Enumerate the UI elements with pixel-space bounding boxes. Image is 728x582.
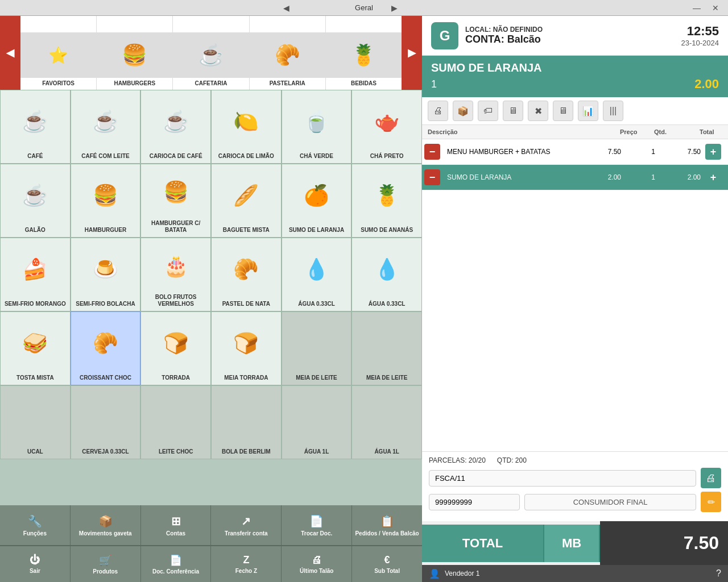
invoice-icon[interactable]: 🖨 bbox=[701, 468, 721, 488]
minus-btn-sumo-laranja-order[interactable]: − bbox=[424, 169, 440, 185]
toolbar-btn-7[interactable]: ||| bbox=[603, 101, 623, 121]
food-img-torrada: 🍞 bbox=[143, 314, 208, 372]
toolbar-btn-1[interactable]: 📦 bbox=[453, 101, 473, 121]
food-item-sumo-ananas[interactable]: 🍍SUMO DE ANANÁS bbox=[351, 164, 422, 238]
hamburguer-batata-icon: 🍔 bbox=[163, 180, 189, 204]
food-item-cha-verde[interactable]: 🍵CHÁ VERDE bbox=[282, 90, 352, 164]
food-img-hamburguer-batata: 🍔 bbox=[143, 167, 208, 218]
invoice-row: 🖨 bbox=[429, 468, 721, 488]
col-total: Total bbox=[700, 128, 722, 135]
action-btn-trocar-doc[interactable]: 📄Trocar Doc. bbox=[282, 505, 352, 545]
food-item-hamburguer[interactable]: 🍔HAMBURGUER bbox=[71, 164, 141, 238]
food-item-pastel-nata[interactable]: 🥐PASTEL DE NATA bbox=[211, 238, 282, 311]
hamburgers-icon: 🍔 bbox=[122, 43, 147, 67]
food-img-sumo-laranja: 🍊 bbox=[284, 167, 349, 225]
toolbar-btn-6[interactable]: 📊 bbox=[578, 101, 598, 121]
action-label-trocar-doc: Trocar Doc. bbox=[301, 530, 332, 537]
category-item-hamburgers[interactable]: 🍔HAMBURGERS bbox=[97, 16, 173, 90]
mb-button[interactable]: MB bbox=[543, 525, 600, 562]
nav-btn-fecho-z[interactable]: ZFecho Z bbox=[211, 546, 282, 582]
food-item-cha-preto[interactable]: 🫖CHÁ PRETO bbox=[351, 90, 422, 164]
invoice-ref-input[interactable] bbox=[429, 470, 696, 487]
food-label-galao: GALÃO bbox=[25, 227, 46, 234]
food-label-semi-frio-morango: SEMI-FRIO MORANGO bbox=[5, 301, 66, 307]
food-item-carioca-cafe[interactable]: ☕CARIOCA DE CAFÉ bbox=[140, 90, 211, 164]
action-label-movimentos: Movimentos gaveta bbox=[79, 530, 132, 537]
selected-item-name: SUMO DE LARANJA bbox=[431, 61, 719, 74]
food-img-agua-1l-1 bbox=[284, 388, 349, 446]
nav-left-arrow[interactable]: ◀ bbox=[279, 1, 294, 15]
food-item-agua-33cl-1[interactable]: 💧ÁGUA 0.33CL bbox=[282, 238, 352, 311]
customer-name-display: CONSUMIDOR FINAL bbox=[524, 494, 696, 510]
food-item-cafe[interactable]: ☕CAFÉ bbox=[0, 90, 71, 164]
nav-btn-doc-conferencia[interactable]: 📄Doc. Conferência bbox=[141, 546, 212, 582]
food-item-carioca-limao[interactable]: 🍋CARIOCA DE LIMÃO bbox=[211, 90, 282, 164]
category-item-bebidas[interactable]: 🍍BEBIDAS bbox=[326, 16, 402, 90]
toolbar-btn-2[interactable]: 🏷 bbox=[478, 101, 498, 121]
action-btn-movimentos[interactable]: 📦Movimentos gaveta bbox=[71, 505, 141, 545]
nav-btn-sair[interactable]: ⏻Sair bbox=[0, 546, 71, 582]
food-label-sumo-laranja: SUMO DE LARANJA bbox=[289, 227, 344, 234]
action-btn-contas[interactable]: ⊞Contas bbox=[141, 505, 212, 545]
category-label-favoritos: FAVORITOS bbox=[41, 80, 76, 86]
minus-btn-menu-hamburger[interactable]: − bbox=[424, 144, 440, 160]
food-item-hamburguer-batata[interactable]: 🍔HAMBURGUER C/ BATATA bbox=[140, 164, 211, 238]
customer-row: CONSUMIDOR FINAL ✏ bbox=[429, 492, 721, 512]
nav-bar: ⏻Sair🛒Produtos📄Doc. ConferênciaZFecho Z🖨… bbox=[0, 545, 422, 582]
toolbar-btn-0[interactable]: 🖨 bbox=[428, 101, 448, 121]
action-btn-transferir[interactable]: ↗Transferir conta bbox=[211, 505, 282, 545]
toolbar-btn-5[interactable]: 🖥 bbox=[553, 101, 573, 121]
food-img-croissant-choc: 🥐 bbox=[73, 314, 138, 372]
edit-customer-button[interactable]: ✏ bbox=[701, 492, 721, 512]
nav-label-doc-conferencia: Doc. Conferência bbox=[152, 568, 199, 575]
food-item-tosta-mista[interactable]: 🥪TOSTA MISTA bbox=[0, 311, 71, 385]
cafe-icon: ☕ bbox=[22, 110, 48, 134]
action-btn-funcoes[interactable]: 🔧Funções bbox=[0, 505, 71, 545]
category-next-arrow[interactable]: ▶ bbox=[402, 16, 422, 90]
food-item-bolo-frutos[interactable]: 🎂BOLO FRUTOS VERMELHOS bbox=[140, 238, 211, 311]
food-img-meia-leite-1 bbox=[284, 314, 349, 372]
food-item-galao[interactable]: ☕GALÃO bbox=[0, 164, 71, 238]
help-button[interactable]: ? bbox=[716, 568, 721, 579]
category-prev-arrow[interactable]: ◀ bbox=[0, 16, 20, 90]
nav-right-arrow[interactable]: ▶ bbox=[387, 1, 402, 15]
customer-id-input[interactable] bbox=[429, 494, 520, 510]
food-item-agua-33cl-2[interactable]: 💧ÁGUA 0.33CL bbox=[351, 238, 422, 311]
toolbar-btn-4[interactable]: ✖ bbox=[528, 101, 548, 121]
category-item-pastelaria[interactable]: 🥐PASTELARIA bbox=[250, 16, 326, 90]
order-table-header: Descrição Preço Qtd. Total bbox=[422, 125, 728, 139]
food-img-galao: ☕ bbox=[3, 167, 68, 225]
nav-btn-sub-total[interactable]: €Sub Total bbox=[352, 546, 422, 582]
order-price-menu-hamburger: 7.50 bbox=[580, 148, 626, 156]
food-item-meia-torrada[interactable]: 🍞MEIA TORRADA bbox=[211, 311, 282, 385]
main-layout: ◀ ⭐FAVORITOS🍔HAMBURGERS☕CAFETARIA🥐PASTEL… bbox=[0, 16, 728, 582]
food-item-sumo-laranja[interactable]: 🍊SUMO DE LARANJA bbox=[282, 164, 352, 238]
order-desc-sumo-laranja-order: SUMO DE LARANJA bbox=[445, 173, 580, 181]
nav-btn-produtos[interactable]: 🛒Produtos bbox=[71, 546, 141, 582]
food-item-torrada[interactable]: 🍞TORRADA bbox=[140, 311, 211, 385]
food-img-carioca-limao: 🍋 bbox=[214, 93, 279, 151]
food-label-meia-leite-1: MEIA DE LEITE bbox=[296, 375, 337, 381]
baguete-mista-icon: 🥖 bbox=[233, 184, 259, 207]
category-item-favoritos[interactable]: ⭐FAVORITOS bbox=[20, 16, 97, 90]
food-label-cha-verde: CHÁ VERDE bbox=[300, 153, 333, 160]
food-item-semi-frio-morango[interactable]: 🍰SEMI-FRIO MORANGO bbox=[0, 238, 71, 311]
plus-btn-sumo-laranja-order[interactable]: + bbox=[705, 169, 721, 185]
nav-btn-ultimo-talao[interactable]: 🖨Último Talão bbox=[282, 546, 352, 582]
toolbar-btn-3[interactable]: 🖥 bbox=[503, 101, 523, 121]
action-btn-pedidos[interactable]: 📋Pedidos / Venda Balcão bbox=[352, 505, 422, 545]
category-item-cafetaria[interactable]: ☕CAFETARIA bbox=[173, 16, 249, 90]
semi-frio-morango-icon: 🍰 bbox=[22, 257, 48, 281]
sub-total-icon: € bbox=[384, 554, 390, 566]
food-item-cafe-com-leite[interactable]: ☕CAFÉ COM LEITE bbox=[71, 90, 141, 164]
plus-btn-menu-hamburger[interactable]: + bbox=[705, 144, 721, 160]
food-item-croissant-choc[interactable]: 🥐CROISSANT CHOC bbox=[71, 311, 141, 385]
header-info: LOCAL: NÃO DEFINIDO CONTA: Balcão bbox=[458, 26, 681, 45]
window-controls: — ✕ bbox=[689, 2, 722, 14]
close-button[interactable]: ✕ bbox=[709, 2, 722, 14]
minimize-button[interactable]: — bbox=[689, 2, 704, 14]
total-button[interactable]: TOTAL bbox=[422, 525, 543, 562]
order-qty-menu-hamburger: 1 bbox=[626, 148, 660, 156]
food-item-semi-frio-bolacha[interactable]: 🍮SEMI-FRIO BOLACHA bbox=[71, 238, 141, 311]
food-item-baguete-mista[interactable]: 🥖BAGUETE MISTA bbox=[211, 164, 282, 238]
